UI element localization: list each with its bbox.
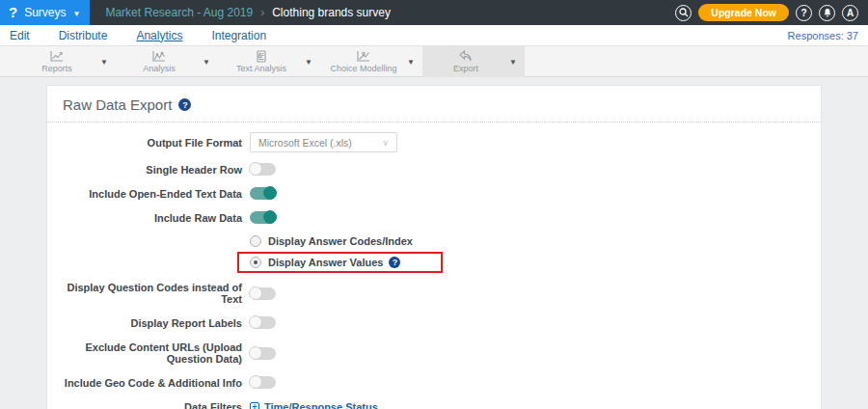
toolbar-item-label: Reports <box>41 64 72 73</box>
row-geo-code: Include Geo Code & Additional Info <box>63 376 805 389</box>
exclude-urls-toggle[interactable] <box>250 347 276 360</box>
time-response-status-link[interactable]: + Time/Response Status <box>250 401 378 409</box>
responses-count[interactable]: Responses: 37 <box>788 30 858 41</box>
time-response-status-label: Time/Response Status <box>264 401 378 409</box>
open-ended-label: Include Open-Ended Text Data <box>63 188 242 200</box>
nav-tabs: Edit Distribute Analytics Integration <box>10 29 266 42</box>
answer-codes-option[interactable]: Display Answer Codes/Index <box>250 235 413 247</box>
toolbar-item-choice-modelling[interactable]: Choice Modelling ▼ <box>320 46 422 77</box>
survey-nav: Edit Distribute Analytics Integration Re… <box>0 25 868 46</box>
page-content: Raw Data Export ? Output File Format Mic… <box>0 77 868 409</box>
product-menu[interactable]: ? Surveys ▼ <box>0 0 90 25</box>
toolbar-item-export[interactable]: Export ▼ <box>422 46 525 77</box>
tab-integration[interactable]: Integration <box>211 29 266 42</box>
questionpro-logo-icon: ? <box>9 5 17 19</box>
chevron-down-icon[interactable]: ▼ <box>100 58 108 67</box>
row-report-labels: Display Report Labels <box>63 316 805 329</box>
row-single-header: Single Header Row <box>63 163 805 176</box>
top-bar: ? Surveys ▼ Market Research - Aug 2019 ›… <box>0 0 868 25</box>
question-codes-label: Display Question Codes instead of Text <box>63 282 242 305</box>
page-title: Raw Data Export <box>63 96 172 113</box>
chevron-down-icon: ∨ <box>382 138 389 148</box>
notifications-button[interactable] <box>819 5 835 21</box>
analytics-toolbar: Reports ▼ Analysis ▼ Text Analysis ▼ Cho… <box>0 46 868 77</box>
report-labels-label: Display Report Labels <box>63 317 242 329</box>
raw-data-toggle[interactable] <box>250 211 276 224</box>
row-data-filters: Data Filters + Time/Response Status <box>63 401 805 409</box>
output-format-select[interactable]: Microsoft Excel (.xls) ∨ <box>250 132 397 152</box>
breadcrumb-parent[interactable]: Market Research - Aug 2019 <box>105 6 253 19</box>
scatter-chart-icon <box>151 50 167 63</box>
document-icon <box>255 50 268 63</box>
help-icon[interactable]: ? <box>178 98 191 111</box>
panel-header: Raw Data Export ? <box>47 86 821 123</box>
export-form: Output File Format Microsoft Excel (.xls… <box>47 123 821 409</box>
geo-code-toggle[interactable] <box>250 376 276 389</box>
topbar-actions: Upgrade Now ? A <box>675 0 868 25</box>
chevron-down-icon[interactable]: ▼ <box>203 58 210 67</box>
row-output-format: Output File Format Microsoft Excel (.xls… <box>63 132 805 152</box>
search-button[interactable] <box>675 5 692 21</box>
chevron-down-icon: ▼ <box>73 10 81 18</box>
exclude-urls-label: Exclude Content URLs (Upload Question Da… <box>63 341 242 365</box>
answer-codes-label: Display Answer Codes/Index <box>268 235 413 247</box>
product-menu-label: Surveys <box>24 6 66 19</box>
toolbar-item-label: Choice Modelling <box>331 64 397 73</box>
open-ended-toggle[interactable] <box>250 187 276 200</box>
raw-data-export-panel: Raw Data Export ? Output File Format Mic… <box>46 85 822 409</box>
upgrade-now-button[interactable]: Upgrade Now <box>698 4 789 21</box>
raw-data-label: Include Raw Data <box>63 212 242 224</box>
row-open-ended: Include Open-Ended Text Data <box>63 187 805 200</box>
answer-values-label: Display Answer Values <box>268 257 383 268</box>
output-format-value: Microsoft Excel (.xls) <box>258 137 382 149</box>
tab-analytics[interactable]: Analytics <box>136 29 182 42</box>
row-question-codes: Display Question Codes instead of Text <box>63 282 805 305</box>
toolbar-item-text-analysis[interactable]: Text Analysis ▼ <box>218 46 320 77</box>
question-codes-toggle[interactable] <box>250 287 276 300</box>
choice-chart-icon <box>356 50 371 63</box>
single-header-label: Single Header Row <box>63 164 242 176</box>
help-icon[interactable]: ? <box>389 257 400 268</box>
help-button[interactable]: ? <box>796 5 812 21</box>
answer-codes-radio[interactable] <box>250 235 261 247</box>
bell-icon <box>823 8 832 17</box>
highlight-annotation-box: Display Answer Values ? <box>237 252 443 273</box>
tab-edit[interactable]: Edit <box>10 29 30 42</box>
row-answer-values: Display Answer Values ? <box>63 252 805 273</box>
plus-icon: + <box>250 402 259 409</box>
line-chart-icon <box>49 50 65 63</box>
toolbar-item-label: Analysis <box>143 64 176 73</box>
geo-code-label: Include Geo Code & Additional Info <box>63 377 242 389</box>
chevron-down-icon[interactable]: ▼ <box>305 58 312 67</box>
report-labels-toggle[interactable] <box>250 316 276 329</box>
breadcrumb: Market Research - Aug 2019 › Clothing br… <box>90 0 675 25</box>
answer-values-radio[interactable] <box>250 257 261 268</box>
search-icon <box>679 8 689 17</box>
data-filters-label: Data Filters <box>63 401 242 409</box>
toolbar-item-label: Export <box>453 64 478 73</box>
breadcrumb-separator: › <box>260 6 264 19</box>
toolbar-item-label: Text Analysis <box>236 64 286 73</box>
chevron-down-icon[interactable]: ▼ <box>407 58 415 67</box>
row-exclude-urls: Exclude Content URLs (Upload Question Da… <box>63 341 805 365</box>
export-arrow-icon <box>458 50 474 63</box>
breadcrumb-current: Clothing brands survey <box>272 6 391 19</box>
toolbar-item-reports[interactable]: Reports ▼ <box>14 46 116 77</box>
avatar[interactable]: A <box>842 5 858 21</box>
row-raw-data: Include Raw Data <box>63 211 805 224</box>
chevron-down-icon[interactable]: ▼ <box>509 58 517 67</box>
output-format-label: Output File Format <box>63 137 242 149</box>
single-header-toggle[interactable] <box>250 163 276 176</box>
toolbar-item-analysis[interactable]: Analysis ▼ <box>116 46 218 77</box>
row-answer-codes: Display Answer Codes/Index <box>63 235 805 247</box>
tab-distribute[interactable]: Distribute <box>59 29 108 42</box>
